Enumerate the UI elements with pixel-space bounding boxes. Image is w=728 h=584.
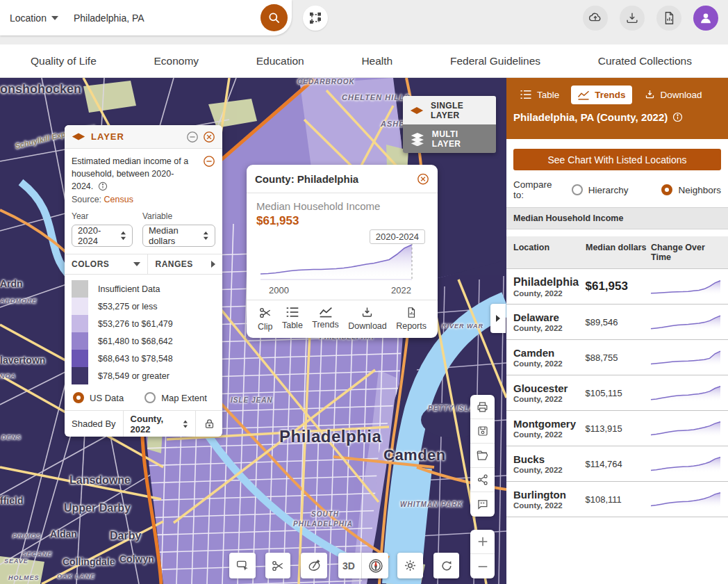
x-tick-2022: 2022 — [391, 285, 411, 295]
person-icon — [698, 10, 713, 26]
download-button[interactable] — [620, 6, 645, 31]
nav-item-education[interactable]: Education — [256, 55, 304, 67]
nav-item-quality-of-life[interactable]: Quality of Life — [31, 55, 97, 67]
col-location[interactable]: Location — [513, 243, 586, 262]
print-button[interactable] — [470, 395, 495, 419]
search-input[interactable] — [74, 13, 226, 24]
cloud-upload-icon — [588, 10, 603, 26]
tab-download[interactable]: Download — [638, 85, 709, 104]
ranges-dropdown[interactable]: RANGES — [148, 254, 222, 274]
nav-item-curated-collections[interactable]: Curated Collections — [598, 55, 692, 67]
compass-icon[interactable] — [367, 558, 384, 574]
zoom-in-button[interactable] — [470, 530, 495, 554]
folder-icon — [476, 449, 489, 462]
shaded-by-select[interactable]: County, 2022 — [123, 411, 196, 437]
shaded-by-label: Shaded By — [72, 419, 116, 429]
neighbors-radio[interactable] — [661, 184, 672, 195]
legend-row: $68,643 to $78,548 — [72, 350, 215, 367]
user-avatar[interactable] — [693, 6, 718, 31]
table-row-gloucester[interactable]: GloucesterCounty, 2022$105,115 — [506, 375, 728, 411]
draw-button[interactable] — [301, 553, 327, 578]
refresh-button[interactable] — [433, 553, 459, 578]
legend-label: $61,480 to $68,642 — [98, 336, 173, 346]
3d-compass-button: 3D — [338, 553, 388, 578]
map-popup: County: Philadelphia Median Household In… — [247, 165, 438, 338]
share-button[interactable] — [470, 468, 495, 492]
row-location: DelawareCounty, 2022 — [513, 311, 585, 332]
3d-button[interactable]: 3D — [342, 560, 355, 571]
tooltip-cursor-icon — [235, 558, 250, 573]
lock-button[interactable] — [196, 411, 222, 437]
table-row-bucks[interactable]: BucksCounty, 2022$114,764 — [506, 446, 728, 482]
popup-action-trends[interactable]: Trends — [312, 306, 338, 332]
col-median-dollars[interactable]: Median dollars — [586, 243, 651, 262]
nav-item-economy[interactable]: Economy — [154, 55, 199, 67]
popup-trend-chart[interactable]: 2020-2024 — [256, 232, 428, 285]
collapse-panel-button[interactable] — [186, 131, 199, 143]
popup-close-button[interactable] — [417, 172, 429, 185]
tab-table[interactable]: Table — [513, 85, 565, 104]
multi-location-button[interactable] — [303, 6, 328, 31]
hierarchy-radio[interactable] — [572, 184, 583, 195]
row-location: BucksCounty, 2022 — [513, 453, 585, 474]
trends-icon — [319, 306, 333, 318]
collapse-layer-button[interactable] — [203, 155, 215, 168]
tab-trends[interactable]: Trends — [571, 86, 631, 104]
legend-swatch — [72, 315, 88, 332]
single-layer-button[interactable]: SINGLE LAYER — [403, 96, 496, 124]
location-dropdown[interactable]: Location — [10, 13, 58, 24]
feedback-button[interactable] — [470, 492, 495, 517]
single-layer-icon — [410, 106, 424, 115]
map-canvas[interactable]: onshohockenSchuylkill ExpresswayCEDARBRO… — [0, 78, 506, 584]
year-select[interactable]: 2020-2024 — [72, 225, 133, 247]
layer-description-row: Estimated median income of a household, … — [65, 149, 222, 193]
nav-item-federal-guidelines[interactable]: Federal Guidelines — [450, 55, 540, 67]
multi-layer-button[interactable]: MULTI LAYER — [403, 124, 496, 153]
compare-row: Compare to: Hierarchy Neighbors — [506, 170, 728, 207]
open-folder-button[interactable] — [470, 444, 495, 468]
map-extent-radio[interactable] — [144, 392, 156, 403]
census-source-link[interactable]: Census — [104, 195, 133, 204]
col-change-over-time[interactable]: Change Over Time — [651, 243, 721, 262]
popup-action-table[interactable]: Table — [282, 306, 303, 332]
see-chart-button[interactable]: See Chart With Listed Locations — [513, 149, 721, 170]
settings-button[interactable] — [397, 553, 423, 578]
popup-action-reports[interactable]: Reports — [396, 306, 427, 332]
popup-action-download[interactable]: Download — [348, 306, 387, 332]
zoom-out-button[interactable] — [470, 554, 495, 578]
search-button[interactable] — [260, 4, 288, 31]
info-icon[interactable] — [672, 112, 683, 122]
legend-row: $78,549 or greater — [72, 367, 215, 384]
table-row-montgomery[interactable]: MontgomeryCounty, 2022$113,915 — [506, 411, 728, 446]
lock-icon — [204, 418, 215, 430]
us-data-radio[interactable] — [73, 392, 84, 403]
map-extent-label: Map Extent — [161, 393, 207, 403]
median-dollars-value: $113,915 — [585, 423, 650, 434]
shaded-by-row: Shaded By County, 2022 — [65, 410, 222, 437]
chevron-down-icon — [51, 16, 58, 20]
table-row-camden[interactable]: CamdenCounty, 2022$88,755 — [506, 340, 728, 375]
table-row-delaware[interactable]: DelawareCounty, 2022$89,546 — [506, 305, 728, 340]
close-panel-button[interactable] — [203, 131, 215, 143]
clip-button[interactable] — [265, 553, 290, 578]
table-row-burlington[interactable]: BurlingtonCounty, 2022$108,111 — [506, 482, 728, 517]
legend-label: $53,276 to $61,479 — [98, 319, 173, 329]
variable-select[interactable]: Median dollars — [142, 225, 215, 247]
table-column-headers: Location Median dollars Change Over Time — [506, 236, 728, 269]
info-icon[interactable] — [98, 181, 108, 191]
popup-metric-label: Median Household Income — [256, 200, 428, 212]
popup-action-clip[interactable]: Clip — [258, 306, 273, 332]
cloud-upload-button[interactable] — [583, 6, 608, 31]
location-name: Burlington — [513, 489, 585, 501]
nav-item-health[interactable]: Health — [361, 55, 392, 67]
save-button[interactable] — [470, 419, 495, 444]
numbered-list-icon — [520, 89, 532, 100]
app-screen: Location — [0, 0, 728, 584]
colors-dropdown[interactable]: COLORS — [65, 254, 148, 274]
tooltip-cursor-button[interactable] — [229, 553, 256, 578]
reports-button[interactable] — [656, 6, 681, 31]
panel-expand-handle[interactable] — [490, 304, 506, 333]
minus-circle-icon — [186, 131, 199, 143]
location-name: Camden — [513, 347, 585, 359]
table-row-philadelphia[interactable]: PhiladelphiaCounty, 2022$61,953 — [506, 269, 728, 305]
